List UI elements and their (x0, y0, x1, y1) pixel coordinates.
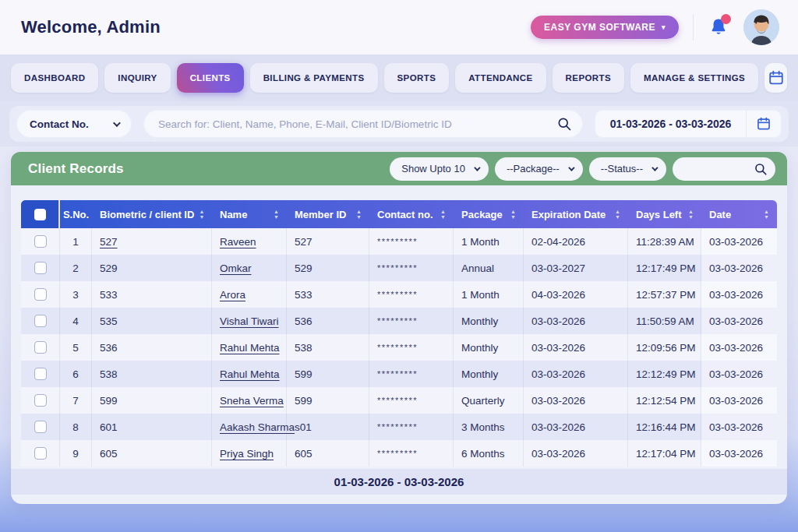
row-checkbox[interactable] (34, 315, 47, 327)
cell-value[interactable]: 527 (100, 236, 118, 248)
chevron-down-icon (651, 164, 658, 171)
select-all-checkbox[interactable] (21, 200, 60, 228)
column-header-expiration_date[interactable]: Expiration Date▲▼ (524, 200, 628, 228)
cell-value: 03-03-2026 (531, 395, 585, 407)
column-header-package[interactable]: Package▲▼ (454, 200, 524, 228)
sort-arrows-icon[interactable]: ▲▼ (759, 209, 769, 220)
cell-biometric_id[interactable]: 527 (92, 228, 212, 255)
status-filter-label: --Status-- (601, 163, 643, 174)
cell-value[interactable]: Sneha Verma (220, 395, 284, 407)
table-row: 1527Raveen527*********1 Month02-04-20261… (21, 228, 777, 255)
cell-value[interactable]: Rahul Mehta (220, 368, 280, 380)
cell-value: 12:17:04 PM (636, 448, 696, 460)
cell-name[interactable]: Rahul Mehta (212, 361, 287, 387)
tab-inquiry[interactable]: INQUIRY (104, 63, 170, 93)
cell-days_left: 12:57:37 PM (628, 281, 701, 308)
sort-arrows-icon[interactable]: ▲▼ (351, 209, 362, 220)
tab-billing-payments[interactable]: BILLING & PAYMENTS (250, 63, 378, 93)
global-search-input[interactable] (143, 110, 583, 138)
sort-arrows-icon[interactable]: ▲▼ (610, 209, 620, 220)
tab-clients[interactable]: CLIENTS (177, 63, 244, 93)
user-avatar[interactable] (743, 9, 779, 45)
cell-value[interactable]: Arora (220, 289, 245, 301)
cell-name[interactable]: Rahul Mehta (212, 334, 287, 361)
package-filter-select[interactable]: --Package-- (495, 157, 583, 181)
row-checkbox[interactable] (34, 288, 47, 301)
cell-name[interactable]: Vishal Tiwari (212, 308, 287, 334)
search-icon[interactable] (556, 116, 572, 132)
cell-name[interactable]: Priya Singh (212, 440, 287, 467)
nav-calendar-button[interactable] (764, 63, 787, 93)
cell-biometric_id: 535 (92, 308, 212, 334)
sort-arrows-icon[interactable]: ▲▼ (436, 209, 446, 220)
records-search-icon[interactable] (754, 162, 768, 176)
column-header-name[interactable]: Name▲▼ (212, 200, 287, 228)
show-upto-select[interactable]: Show Upto 10 (390, 157, 489, 181)
cell-value: 03-03-2026 (709, 262, 763, 274)
cell-value: Monthly (461, 342, 498, 354)
column-header-contact[interactable]: Contact no.▲▼ (369, 200, 454, 228)
cell-contact: ********* (369, 361, 454, 387)
sort-arrows-icon[interactable]: ▲▼ (269, 209, 279, 220)
row-checkbox[interactable] (34, 394, 47, 407)
cell-member_id: 599 (287, 361, 369, 387)
cell-value[interactable]: Aakash Sharma (220, 421, 295, 433)
cell-name[interactable]: Arora (212, 281, 287, 308)
cell-value[interactable]: Omkar (220, 262, 252, 274)
search-type-select[interactable]: Contact No. (16, 110, 132, 138)
column-header-sno: S.No. (60, 200, 92, 228)
tab-dashboard[interactable]: DASHBOARD (11, 63, 98, 93)
cell-value[interactable]: Vishal Tiwari (220, 315, 279, 327)
cell-name[interactable]: Omkar (212, 255, 287, 281)
sort-arrows-icon[interactable]: ▲▼ (506, 209, 516, 220)
cell-sno: 5 (60, 334, 92, 361)
row-checkbox[interactable] (34, 421, 47, 433)
cell-value: 11:50:59 AM (636, 315, 694, 327)
cell-name[interactable]: Aakash Sharma (212, 414, 287, 440)
status-filter-select[interactable]: --Status-- (589, 157, 666, 181)
row-checkbox[interactable] (34, 341, 47, 354)
row-checkbox[interactable] (34, 235, 47, 248)
select-all-checkbox-box (34, 209, 46, 220)
row-checkbox[interactable] (34, 368, 47, 380)
sort-arrows-icon[interactable]: ▲▼ (683, 209, 694, 220)
date-calendar-icon[interactable] (747, 116, 781, 132)
tab-sports[interactable]: SPORTS (384, 63, 450, 93)
cell-value[interactable]: Rahul Mehta (220, 342, 280, 354)
cell-value: 12:17:49 PM (636, 262, 696, 274)
column-label: Contact no. (377, 209, 433, 220)
cell-value: 12:16:44 PM (636, 421, 696, 433)
cell-name[interactable]: Raveen (212, 228, 287, 255)
row-checkbox[interactable] (34, 447, 47, 460)
caret-down-icon: ▾ (662, 24, 666, 31)
tab-reports[interactable]: REPORTS (553, 63, 624, 93)
notification-bell-icon[interactable] (708, 16, 729, 38)
column-header-date[interactable]: Date▲▼ (701, 200, 777, 228)
tab-manage-settings[interactable]: MANAGE & SETTINGS (630, 63, 758, 93)
tab-attendance[interactable]: ATTENDANCE (455, 63, 546, 93)
cell-package: Monthly (454, 361, 524, 387)
package-filter-label: --Package-- (507, 163, 560, 174)
cell-name[interactable]: Sneha Verma (212, 387, 287, 414)
date-range-picker[interactable]: 01-03-2026 - 03-03-2026 (595, 110, 782, 138)
column-header-biometric_id[interactable]: Biometric / client ID▲▼ (92, 200, 212, 228)
cell-days_left: 12:09:56 PM (628, 334, 701, 361)
cell-package: Annual (454, 255, 524, 281)
cell-value: 02-04-2026 (531, 236, 585, 248)
cell-value[interactable]: Raveen (220, 236, 256, 248)
column-header-days_left[interactable]: Days Left▲▼ (628, 200, 701, 228)
cell-expiration_date: 03-03-2026 (524, 414, 628, 440)
cell-value: 03-03-2026 (531, 368, 585, 380)
cell-value: 529 (295, 262, 312, 274)
cell-value: 03-03-2026 (709, 448, 763, 460)
row-checkbox[interactable] (34, 262, 47, 274)
cell-days_left: 12:12:49 PM (628, 361, 701, 387)
column-label: Date (709, 209, 731, 220)
sort-arrows-icon[interactable]: ▲▼ (194, 209, 204, 220)
brand-dropdown-button[interactable]: EASY GYM SOFTWARE ▾ (531, 16, 679, 39)
cell-date: 03-03-2026 (701, 334, 777, 361)
cell-value: 599 (295, 395, 312, 407)
column-header-member_id[interactable]: Member ID▲▼ (287, 200, 369, 228)
cell-value[interactable]: Priya Singh (220, 448, 274, 460)
brand-dropdown-label: EASY GYM SOFTWARE (544, 22, 655, 33)
